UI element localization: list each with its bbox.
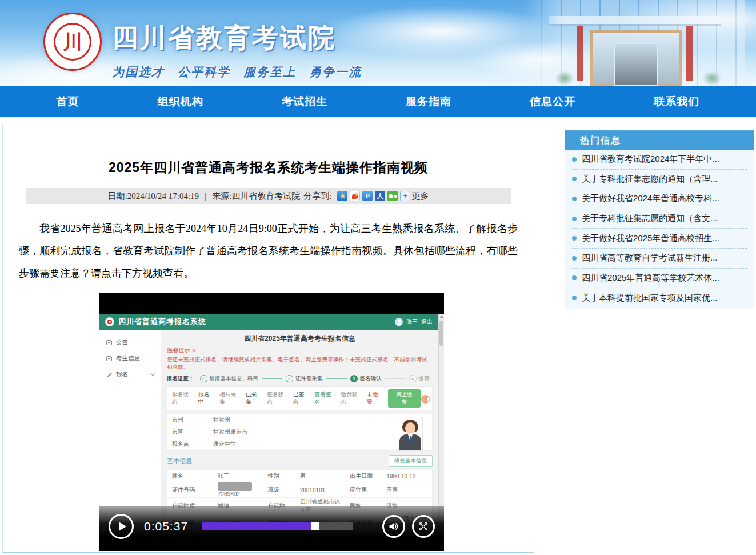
main-nav: 首页 组织机构 考试招生 服务指南 信息公开 联系我们 xyxy=(0,86,756,117)
bullet-icon xyxy=(572,236,577,241)
share-label: 分享到: xyxy=(303,191,331,202)
table-row: 市州 甘孜州 xyxy=(167,414,432,426)
nav-item-exam-admission[interactable]: 考试招生 xyxy=(282,94,327,109)
article-title: 2025年四川省普通高考报名系统考生端操作指南视频 xyxy=(3,159,534,177)
hot-info-link[interactable]: 关于专科批征集志愿的通知（含文... xyxy=(582,213,718,224)
unpaid-status: 未缴费 xyxy=(367,391,381,406)
wechat-icon[interactable] xyxy=(387,191,398,201)
user-name: 张三 xyxy=(406,318,418,326)
nav-item-service-guide[interactable]: 服务指南 xyxy=(406,94,451,109)
article-paragraph: 我省2025年普通高考网上报名于2024年10月24日9:00正式开始，为让高三… xyxy=(19,218,518,285)
article-date: 日期:2024/10/24 17:04:19 xyxy=(108,191,199,202)
nav-item-contact[interactable]: 联系我们 xyxy=(654,94,699,109)
scrollbar-thumb xyxy=(439,321,443,346)
user-avatar-icon xyxy=(395,318,403,326)
building-entrance xyxy=(590,30,682,86)
hot-info-panel: 热门信息 四川省教育考试院2024年下半年中... 关于专科批征集志愿的通知（含… xyxy=(565,130,754,309)
system-page-title: 四川省2025年普通高考考生报名信息 xyxy=(167,331,433,345)
play-button[interactable] xyxy=(109,514,134,539)
video-progress-bar[interactable] xyxy=(202,522,353,530)
video-controls: 0:05:37 xyxy=(99,506,444,551)
step-number: 3 xyxy=(350,375,358,382)
building-sign xyxy=(686,26,693,81)
sidebar-item-candidate-info: 考生信息 xyxy=(99,350,161,366)
sina-weibo-icon[interactable] xyxy=(350,191,360,201)
share-icons: ★ P 人 +更多 xyxy=(337,191,429,202)
video-time: 0:05:37 xyxy=(144,520,188,533)
list-item[interactable]: 关于本科提前批国家专项及国家优... xyxy=(572,288,747,308)
chevron-down-icon xyxy=(150,371,155,376)
nav-item-home[interactable]: 首页 xyxy=(57,94,79,109)
hot-info-link[interactable]: 四川省2025年普通高等学校艺术体... xyxy=(582,273,719,284)
share-more-label[interactable]: 更多 xyxy=(411,191,429,202)
sidebar-item-registration: 报名 xyxy=(99,366,161,382)
table-row: 报名点 康定中学 xyxy=(167,438,432,450)
location-table: 市州 甘孜州 市区 甘孜州康定市 报名点 康定中学 xyxy=(167,414,433,451)
list-item[interactable]: 关于做好我省2024年普通高校专科... xyxy=(572,189,747,209)
list-item[interactable]: 关于专科批征集志愿的通知（含理... xyxy=(572,170,747,190)
list-item[interactable]: 四川省教育考试院2024年下半年中... xyxy=(572,150,747,170)
warning-text: 您还未完成正式报名，请继续完成相片采集、电子签名、网上缴费等操作；未完成正式报名… xyxy=(167,356,433,371)
mouse-cursor-icon xyxy=(427,397,431,402)
candidate-id-photo xyxy=(397,417,423,451)
site-title: 四川省教育考试院 xyxy=(112,21,362,56)
table-row: 市区 甘孜州康定市 xyxy=(167,426,432,438)
sidebar-item-announcements: 公告 xyxy=(99,334,161,350)
volume-icon xyxy=(388,521,399,532)
hot-info-link[interactable]: 关于专科批征集志愿的通知（含理... xyxy=(582,174,718,185)
article-source: 来源:四川省教育考试院 xyxy=(212,191,300,202)
qzone-icon[interactable]: ★ xyxy=(337,191,347,201)
basic-info-title: 基本信息 xyxy=(167,457,192,465)
progress-step-2: ✓ 证件照采集 xyxy=(286,375,323,382)
site-slogan: 为国选才 公平科学 服务至上 勇争一流 xyxy=(112,64,362,80)
scroll-up-icon xyxy=(440,315,443,318)
list-item[interactable]: 四川省2025年普通高等学校艺术体... xyxy=(572,269,747,289)
page: 川 四川省教育考试院 为国选才 公平科学 服务至上 勇争一流 首页 组织机构 考… xyxy=(0,0,756,555)
hot-info-link[interactable]: 四川省教育考试院2024年下半年中... xyxy=(582,154,719,165)
hot-info-link[interactable]: 四川省高等教育自学考试新生注册... xyxy=(582,253,718,263)
video-player[interactable]: 四川省普通高考报名系统 张三 退出 公告 xyxy=(99,293,444,551)
progress-label: 报名进度： xyxy=(167,375,194,382)
announcement-icon xyxy=(106,340,112,345)
bullet-icon xyxy=(572,157,577,162)
share-more-icon[interactable]: + xyxy=(400,191,410,201)
nav-item-info-disclosure[interactable]: 信息公开 xyxy=(530,94,575,109)
header-building-image xyxy=(522,0,745,86)
hot-info-link[interactable]: 关于做好我省2024年普通高校专科... xyxy=(582,193,719,204)
renren-icon[interactable]: 人 xyxy=(375,191,385,201)
bullet-icon xyxy=(572,275,577,280)
notice-toggle: 温馨提示 ∧ xyxy=(167,346,433,354)
article-panel: 2025年四川省普通高考报名系统考生端操作指南视频 日期:2024/10/24 … xyxy=(2,123,534,553)
bullet-icon xyxy=(572,197,577,201)
view-signature-link: 查看签名 xyxy=(314,391,334,406)
table-row: 证件号码 7289802 班级20010101 应往届应届 xyxy=(167,482,432,498)
share-more-link[interactable]: +更多 xyxy=(400,191,429,202)
nav-item-organization[interactable]: 组织机构 xyxy=(158,94,203,109)
status-bar: 报名状态 报名中 相片采集 已采集 签名状态 已签名 查看签名 缴费状态 未缴费… xyxy=(167,386,433,410)
system-logo-icon xyxy=(105,317,114,326)
bullet-icon xyxy=(572,177,577,181)
system-title: 四川省普通高考报名系统 xyxy=(118,317,206,327)
article-meta-bar: 日期:2024/10/24 17:04:19 | 来源:四川省教育考试院 分享到… xyxy=(26,188,511,204)
bullet-icon xyxy=(572,296,577,300)
candidate-info-icon xyxy=(106,356,112,361)
table-row: 姓名张三 性别男 出生日期1990-10-12 xyxy=(167,470,432,482)
fullscreen-button[interactable] xyxy=(412,515,435,538)
list-item[interactable]: 关于做好我省2025年普通高校招生... xyxy=(572,229,747,249)
progress-step-1: ✓ 填报基本信息、科目 xyxy=(200,375,259,382)
step-number: 4 xyxy=(409,375,417,382)
system-header-bar: 四川省普通高考报名系统 张三 退出 xyxy=(99,314,438,330)
progress-step-4: 4 缴费 xyxy=(409,375,430,382)
hot-info-list: 四川省教育考试院2024年下半年中... 关于专科批征集志愿的通知（含理... … xyxy=(565,150,754,308)
hot-info-header: 热门信息 xyxy=(565,131,754,150)
hot-info-link[interactable]: 关于本科提前批国家专项及国家优... xyxy=(582,293,718,304)
list-item[interactable]: 四川省高等教育自学考试新生注册... xyxy=(572,249,747,269)
tencent-weibo-icon[interactable]: P xyxy=(362,191,373,201)
volume-button[interactable] xyxy=(382,515,405,538)
logout-link: 退出 xyxy=(421,318,433,326)
fullscreen-icon xyxy=(418,521,429,532)
hot-info-link[interactable]: 关于做好我省2025年普通高校招生... xyxy=(582,233,719,244)
list-item[interactable]: 关于专科批征集志愿的通知（含文... xyxy=(572,209,747,229)
video-progress-handle[interactable] xyxy=(311,522,319,530)
site-logo: 川 xyxy=(43,13,102,71)
